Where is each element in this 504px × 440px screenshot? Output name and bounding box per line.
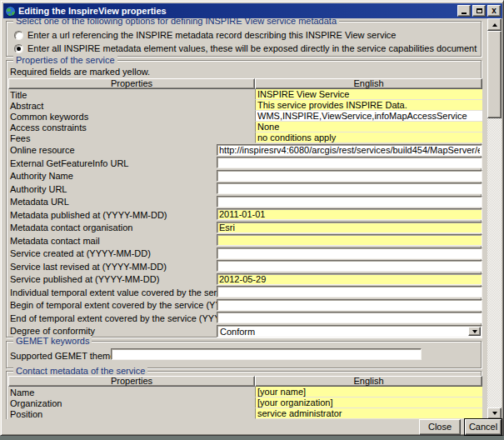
- individual-temporal-extent-input[interactable]: [217, 286, 482, 298]
- service-last-revised-input[interactable]: [217, 260, 482, 272]
- combo-dropdown-button[interactable]: [468, 327, 481, 336]
- cancel-button[interactable]: Cancel: [465, 419, 502, 435]
- metadata-contact-mail-label: Metadata contact mail: [10, 236, 100, 246]
- cancel-button-default-ring: Cancel: [464, 418, 502, 436]
- service-properties-legend: Properties of the service: [13, 55, 117, 65]
- authority-url-input[interactable]: [217, 182, 482, 194]
- vertical-scrollbar[interactable]: [487, 18, 502, 419]
- abstract-input[interactable]: [255, 100, 482, 111]
- app-globe-icon: [5, 6, 16, 17]
- metadata-contact-organisation-label: Metadata contact organisation: [10, 222, 132, 232]
- properties-dialog: Editing the InspireView properties x Sel…: [0, 0, 504, 436]
- scroll-up-button[interactable]: [487, 18, 502, 31]
- service-published-input[interactable]: [217, 273, 482, 285]
- service-created-input[interactable]: [217, 248, 482, 259]
- required-note: Required fields are marked yellow.: [10, 67, 150, 77]
- metadata-url-label: Metadata URL: [10, 197, 69, 207]
- contact-column-header-english: English: [255, 376, 482, 387]
- metadata-url-input[interactable]: [217, 196, 482, 208]
- metadata-contact-organisation-input[interactable]: [217, 222, 482, 233]
- degree-of-conformity-select[interactable]: Conform: [217, 325, 482, 338]
- column-header-properties: Properties: [8, 78, 255, 89]
- contact-organization-label: Organization: [10, 398, 62, 408]
- contact-name-input[interactable]: [255, 387, 482, 398]
- metadata-published-label: Metadata published at (YYYY-MM-DD): [10, 210, 167, 220]
- title-bar: Editing the InspireView properties x: [3, 3, 502, 18]
- contact-column-header-properties: Properties: [8, 376, 255, 387]
- external-getfeatureinfo-url-input[interactable]: [217, 157, 482, 168]
- radio-all-label: Enter all INSPIRE metadata element value…: [27, 43, 477, 53]
- degree-of-conformity-label: Degree of conformity: [10, 326, 95, 336]
- title-input[interactable]: [255, 89, 482, 100]
- degree-of-conformity-value: Conform: [220, 327, 255, 337]
- form-viewport: Select one of the following options for …: [3, 18, 487, 419]
- fees-label: Fees: [10, 133, 30, 143]
- options-legend: Select one of the following options for …: [13, 18, 339, 26]
- close-window-button[interactable]: x: [487, 5, 501, 17]
- online-resource-input[interactable]: [217, 144, 482, 156]
- authority-name-input[interactable]: [217, 170, 482, 182]
- authority-name-label: Authority Name: [10, 171, 73, 181]
- scroll-up-icon: [492, 23, 497, 27]
- scrollbar-thumb[interactable]: [487, 31, 502, 118]
- contact-organization-input[interactable]: [255, 398, 482, 408]
- scroll-down-icon: [492, 412, 497, 415]
- common-keywords-input[interactable]: [255, 111, 482, 122]
- gemet-themes-input[interactable]: [111, 348, 422, 360]
- external-getfeatureinfo-url-label: External GetFeatureInfo URL: [10, 158, 128, 168]
- service-published-label: Service published at (YYYY-MM-DD): [10, 274, 159, 284]
- maximize-icon: [477, 8, 482, 13]
- radio-url-row[interactable]: Enter a url referencing the INSPIRE meta…: [14, 30, 396, 40]
- column-header-english: English: [255, 78, 482, 89]
- radio-all-row[interactable]: Enter all INSPIRE metadata element value…: [14, 43, 477, 53]
- end-temporal-extent-input[interactable]: [217, 312, 482, 323]
- gemet-themes-label: Supported GEMET themes: [10, 351, 120, 361]
- begin-temporal-extent-input[interactable]: [217, 299, 482, 311]
- radio-all-button[interactable]: [14, 44, 23, 53]
- chevron-down-icon: [472, 330, 477, 333]
- window-title: Editing the InspireView properties: [18, 6, 456, 16]
- minimize-icon: [462, 12, 467, 14]
- minimize-button[interactable]: [457, 5, 471, 17]
- close-icon: x: [492, 7, 497, 15]
- authority-url-label: Authority URL: [10, 184, 67, 194]
- contact-name-label: Name: [10, 388, 34, 398]
- service-last-revised-label: Service last revised at (YYYY-MM-DD): [10, 262, 167, 272]
- gemet-legend: GEMET keywords: [13, 336, 92, 346]
- service-created-label: Service created at (YYYY-MM-DD): [10, 248, 151, 258]
- maximize-button[interactable]: [472, 5, 486, 17]
- metadata-contact-mail-input[interactable]: [217, 234, 482, 246]
- access-constraints-input[interactable]: [255, 122, 482, 132]
- access-constraints-label: Access constraints: [10, 122, 87, 132]
- metadata-published-input[interactable]: [217, 208, 482, 220]
- contact-position-input[interactable]: [255, 408, 482, 419]
- contact-legend: Contact metadata of the service: [13, 366, 147, 376]
- contact-position-label: Position: [10, 409, 42, 419]
- online-resource-label: Online resource: [10, 145, 75, 155]
- common-keywords-label: Common keywords: [10, 112, 88, 122]
- abstract-label: Abstract: [10, 101, 43, 111]
- scroll-down-button[interactable]: [487, 408, 502, 419]
- radio-url-label: Enter a url referencing the INSPIRE meta…: [27, 30, 396, 40]
- close-button[interactable]: Close: [419, 419, 461, 435]
- fees-input[interactable]: [255, 132, 482, 143]
- desktop-background-strip: [0, 436, 504, 440]
- radio-url-button[interactable]: [14, 31, 23, 40]
- title-label: Title: [10, 90, 27, 100]
